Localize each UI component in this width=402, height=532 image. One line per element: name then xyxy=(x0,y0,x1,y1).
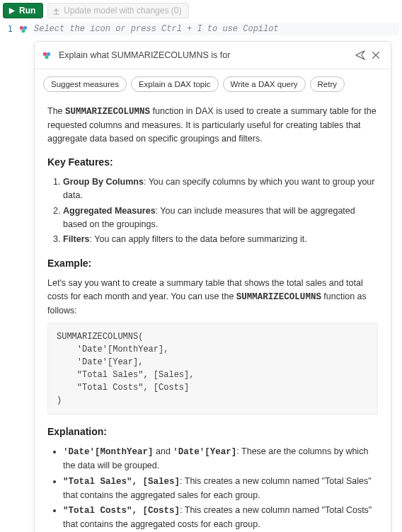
list-item: "Total Sales", [Sales]: This creates a n… xyxy=(63,475,378,502)
run-label: Run xyxy=(19,6,35,16)
list-item: Aggregated Measures: You can include mea… xyxy=(63,204,378,231)
copilot-panel: Explain what SUMMARIZECOLUMNS is for Sug… xyxy=(34,41,391,532)
send-icon xyxy=(355,50,365,60)
update-label: Update model with changes (0) xyxy=(64,6,181,16)
svg-point-5 xyxy=(45,55,48,59)
send-button[interactable] xyxy=(352,47,368,63)
features-list: Group By Columns: You can specify column… xyxy=(47,175,378,246)
copilot-header: Explain what SUMMARIZECOLUMNS is for xyxy=(35,42,391,69)
run-button[interactable]: Run xyxy=(3,3,43,18)
suggestion-chips: Suggest measures Explain a DAX topic Wri… xyxy=(35,69,391,98)
intro-paragraph: The SUMMARIZECOLUMNS function in DAX is … xyxy=(47,105,378,145)
copilot-header-title: Explain what SUMMARIZECOLUMNS is for xyxy=(56,50,352,60)
list-item: 'Date'[MonthYear] and 'Date'[Year]: Thes… xyxy=(63,445,378,473)
svg-point-4 xyxy=(47,52,50,56)
svg-point-0 xyxy=(20,26,23,30)
copilot-icon xyxy=(42,50,52,60)
heading-explanation: Explanation: xyxy=(47,424,378,439)
close-button[interactable] xyxy=(368,47,384,63)
list-item: "Total Costs", [Costs]: This creates a n… xyxy=(63,504,378,531)
svg-point-1 xyxy=(23,26,27,30)
chip-explain-dax[interactable]: Explain a DAX topic xyxy=(131,76,219,92)
explanation-list: 'Date'[MonthYear] and 'Date'[Year]: Thes… xyxy=(47,445,378,531)
editor-placeholder: Select the icon or press Ctrl + I to use… xyxy=(33,23,399,35)
update-model-button: Update model with changes (0) xyxy=(47,3,189,18)
example-paragraph: Let's say you want to create a summary t… xyxy=(47,277,378,317)
copilot-icon[interactable] xyxy=(18,24,28,34)
chip-suggest-measures[interactable]: Suggest measures xyxy=(43,76,127,92)
code-editor-line[interactable]: 1 Select the icon or press Ctrl + I to u… xyxy=(0,23,402,38)
play-icon xyxy=(8,7,16,15)
copilot-response: The SUMMARIZECOLUMNS function in DAX is … xyxy=(35,98,391,532)
upload-icon xyxy=(52,7,60,15)
svg-point-2 xyxy=(21,29,25,33)
close-icon xyxy=(371,50,381,60)
chip-retry[interactable]: Retry xyxy=(310,76,345,92)
code-block[interactable]: SUMMARIZECOLUMNS( 'Date'[MonthYear], 'Da… xyxy=(47,323,378,415)
line-number: 1 xyxy=(3,24,18,34)
list-item: Filters: You can apply filters to the da… xyxy=(63,233,378,246)
heading-example: Example: xyxy=(47,256,378,271)
svg-point-3 xyxy=(43,52,47,56)
toolbar: Run Update model with changes (0) xyxy=(0,0,402,23)
heading-key-features: Key Features: xyxy=(47,155,378,170)
chip-write-dax[interactable]: Write a DAX query xyxy=(223,76,306,92)
list-item: Group By Columns: You can specify column… xyxy=(63,175,378,202)
